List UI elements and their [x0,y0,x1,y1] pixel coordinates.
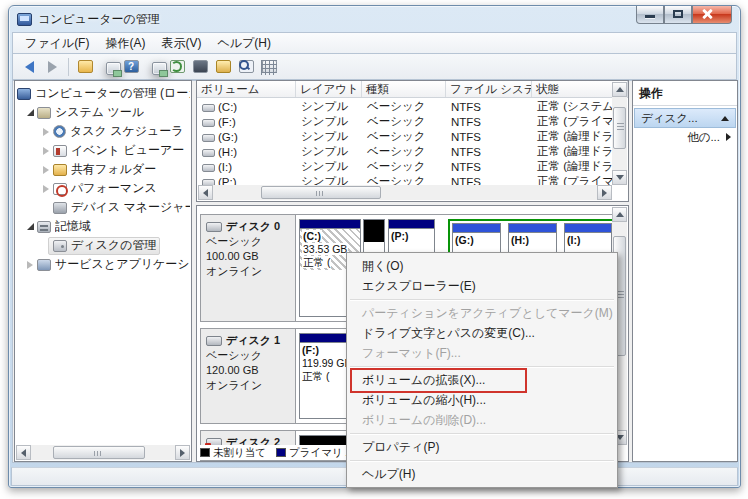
expander-open-icon[interactable] [24,109,36,116]
logical-drive-color [453,224,500,233]
minimize-button[interactable] [636,6,664,24]
disk-management-icon [53,240,67,252]
legend-swatch [200,448,210,457]
help-icon: ? [124,60,139,73]
actions-group-disk-management[interactable]: ディスク... [634,108,736,128]
tree-item-system-tools[interactable]: システム ツール [16,103,190,122]
tree-item-disk-management[interactable]: ディスクの管理 [16,236,190,255]
menu-help[interactable]: ヘルプ(H) [209,33,279,54]
scroll-right-icon[interactable] [175,445,190,460]
console-tree-pane: コンピューターの管理 (ローカ システム ツール タスク スケジューラ イベント… [14,80,192,462]
tree-root-label: コンピューターの管理 (ローカ [35,85,190,102]
scroll-left-icon[interactable] [16,445,31,460]
tree-item-task-scheduler[interactable]: タスク スケジューラ [16,122,190,141]
menu-item-properties[interactable]: プロパティ(P) [348,437,616,457]
disk-icon [206,222,222,232]
scroll-thumb[interactable] [261,186,381,199]
menu-item-shrink-volume[interactable]: ボリュームの縮小(H)... [348,390,616,410]
actions-more[interactable]: 他の... [633,128,737,146]
tree-item-device-manager[interactable]: デバイス マネージャー [16,198,190,217]
shared-folder-icon [53,164,67,176]
report-button[interactable] [259,57,279,77]
back-icon [25,61,34,73]
help-button[interactable]: ? [121,57,141,77]
column-header-volume[interactable]: ボリューム [197,81,296,97]
menu-view[interactable]: 表示(V) [153,33,209,54]
expander-closed-icon[interactable] [40,147,52,155]
scroll-up-icon[interactable] [612,207,627,222]
properties-button[interactable] [190,57,210,77]
search-button[interactable] [236,57,256,77]
show-hide-button[interactable] [98,57,118,77]
menu-item-extend-volume[interactable]: ボリュームの拡張(X)... [348,370,616,390]
scroll-track[interactable] [31,445,175,460]
close-button[interactable] [692,6,732,24]
disk-1-label[interactable]: ディスク 1 ベーシック 120.00 GB オンライン [201,329,296,423]
back-button[interactable] [19,57,39,77]
open-button[interactable] [213,57,233,77]
scroll-right-icon[interactable] [597,185,612,200]
disk-0-label[interactable]: ディスク 0 ベーシック 100.00 GB オンライン [201,215,296,321]
menu-bar: ファイル(F) 操作(A) 表示(V) ヘルプ(H) [12,32,737,53]
volume-table-vertical-scrollbar[interactable] [612,82,627,185]
refresh-icon [170,60,185,73]
tree-label: デバイス マネージャー [71,199,190,216]
tree-label: システム ツール [55,104,144,121]
tree-label: 記憶域 [55,218,91,235]
menu-action[interactable]: 操作(A) [97,33,153,54]
logical-drive-color [509,224,556,233]
menu-item-explorer[interactable]: エクスプローラー(E) [348,276,616,296]
menu-separator [350,299,614,300]
tree-item-root[interactable]: コンピューターの管理 (ローカ [16,84,190,103]
volume-table-horizontal-scrollbar[interactable] [198,185,612,200]
grid-icon [262,60,277,73]
folder-icon [78,60,93,73]
expander-closed-icon[interactable] [24,261,36,269]
forward-button[interactable] [42,57,62,77]
menu-item-format: フォーマット(F)... [348,343,616,363]
scroll-thumb[interactable] [53,446,145,459]
collapse-icon[interactable] [721,116,729,121]
tree-item-shared-folders[interactable]: 共有フォルダー [16,160,190,179]
expander-open-icon[interactable] [24,223,36,230]
tree-item-services-apps[interactable]: サービスとアプリケーショ [16,255,190,274]
column-header-type[interactable]: 種類 [362,81,446,97]
minimize-icon [645,15,655,18]
action-pane-button[interactable] [144,57,164,77]
column-header-layout[interactable]: レイアウト [296,81,362,97]
table-row-c[interactable]: (C:) シンプル ベーシック NTFS 正常 (システム, ブート, ページ [198,99,612,114]
expander-closed-icon[interactable] [40,185,52,193]
menu-item-help[interactable]: ヘルプ(H) [348,464,616,484]
tree-item-performance[interactable]: パフォーマンス [16,179,190,198]
tree-item-event-viewer[interactable]: イベント ビューアー [16,141,190,160]
expander-closed-icon[interactable] [40,166,52,174]
table-row-h[interactable]: (H:) シンプル ベーシック NTFS 正常 (論理ドライブ) [198,144,612,159]
title-bar[interactable]: コンピューターの管理 [9,6,740,32]
expander-closed-icon[interactable] [40,128,52,136]
menu-separator [350,460,614,461]
scroll-left-icon[interactable] [198,185,213,200]
table-row-g[interactable]: (G:) シンプル ベーシック NTFS 正常 (論理ドライブ) [198,129,612,144]
menu-file[interactable]: ファイル(F) [17,33,97,54]
context-menu: 開く(O) エクスプローラー(E) パーティションをアクティブとしてマーク(M)… [346,252,618,488]
scroll-thumb[interactable] [613,107,626,149]
disk-size: 120.00 GB [206,363,290,378]
scroll-down-icon[interactable] [612,170,627,185]
tree-item-storage[interactable]: 記憶域 [16,217,190,236]
disk-status: オンライン [206,378,290,393]
column-header-filesystem[interactable]: ファイル システム [446,81,532,97]
tree-label: パフォーマンス [71,180,157,197]
maximize-button[interactable] [664,6,692,24]
disk-status: オンライン [206,264,290,279]
table-row-p[interactable]: (P:) シンプル ベーシック NTFS 正常 (プライマリ パーティショ [198,174,612,185]
tree-horizontal-scrollbar[interactable] [16,445,190,460]
table-row-f[interactable]: (F:) シンプル ベーシック NTFS 正常 (プライマリ パーティショ [198,114,612,129]
scroll-up-icon[interactable] [612,82,627,97]
menu-item-open[interactable]: 開く(O) [348,256,616,276]
refresh-button[interactable] [167,57,187,77]
computer-icon [17,88,31,100]
table-row-i[interactable]: (I:) シンプル ベーシック NTFS 正常 (論理ドライブ) [198,159,612,174]
console-tree-button[interactable] [75,57,95,77]
menu-item-change-drive-letter[interactable]: ドライブ文字とパスの変更(C)... [348,323,616,343]
volume-table-rows: (C:) シンプル ベーシック NTFS 正常 (システム, ブート, ページ … [198,99,612,185]
